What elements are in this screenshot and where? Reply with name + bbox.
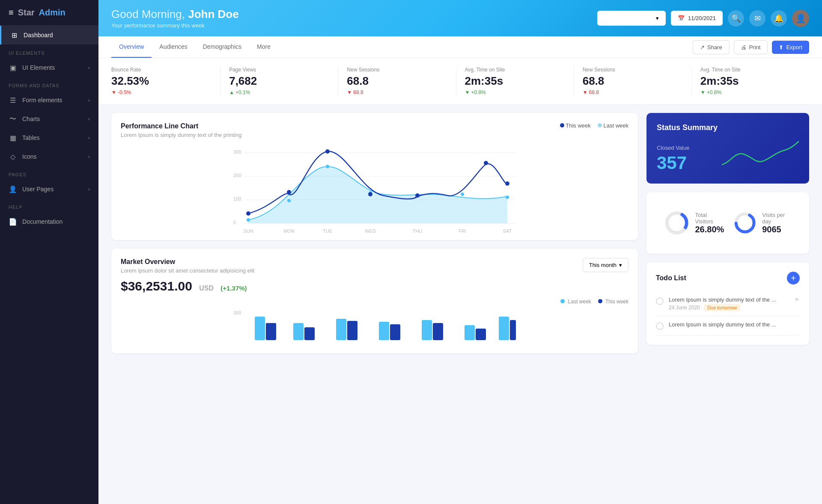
chart-header: Performance Line Chart Lorem Ipsum is si… (121, 122, 628, 138)
bar (465, 325, 475, 340)
tabs: Overview Audiences Demographics More (111, 36, 693, 58)
arrow-up-icon: ▼ (700, 89, 706, 95)
this-week-dot (368, 192, 372, 196)
market-overview-card: Market Overview Lorem ipsum dolor sit am… (111, 249, 638, 353)
performance-chart-card: Performance Line Chart Lorem Ipsum is si… (111, 113, 638, 240)
sidebar-item-ui-elements[interactable]: ▣ UI Elements › (0, 58, 98, 77)
todo-checkbox[interactable] (656, 322, 664, 330)
print-icon: 🖨 (741, 44, 747, 50)
arrow-up-icon: ▲ (229, 89, 234, 95)
arrow-down-icon: ▼ (111, 89, 116, 95)
bar (336, 319, 346, 340)
donut-row: Total Visitors 26.80% Visits per da (656, 202, 800, 244)
hamburger-icon[interactable]: ≡ (9, 8, 14, 18)
bar-chart-legend: Last week This week (121, 299, 628, 305)
todo-header: Todo List + (656, 272, 800, 285)
this-week-legend: This week (598, 299, 628, 305)
status-sparkline (722, 139, 799, 173)
todo-checkbox[interactable] (656, 297, 664, 305)
sidebar-item-label: Tables (22, 134, 39, 141)
tab-more[interactable]: More (249, 36, 278, 58)
daily-visits-value: 9065 (762, 225, 791, 234)
greeting-text: Good Morning, John Doe (111, 8, 589, 21)
sidebar-item-documentation[interactable]: 📄 Documentation (0, 212, 98, 231)
section-label-pages: PAGES (0, 166, 98, 180)
stat-change: ▼ +0.8% (465, 89, 565, 95)
price-change: (+1.37%) (220, 285, 247, 292)
tab-overview[interactable]: Overview (111, 36, 152, 58)
todo-item: Lorem Ipsum is simply dummy text of the … (656, 316, 800, 335)
sidebar-item-label: User Pages (22, 186, 54, 193)
todo-item: Lorem Ipsum is simply dummy text of the … (656, 291, 800, 316)
bar (390, 324, 400, 340)
bar (293, 323, 304, 340)
this-week-dot (484, 161, 488, 165)
sidebar-item-dashboard[interactable]: ⊞ Dashboard (0, 26, 98, 44)
stat-label: Avg. Time on Site (465, 67, 565, 73)
chevron-right-icon: › (88, 98, 90, 103)
price-value: $36,2531.00 (121, 279, 192, 293)
sidebar-item-label: Form elements (22, 97, 62, 104)
svg-text:WED: WED (365, 228, 376, 234)
sidebar-item-form-elements[interactable]: ☰ Form elements › (0, 91, 98, 110)
header-dropdown[interactable]: ▾ (597, 11, 666, 26)
daily-visits-info: Visits per day 9065 (762, 212, 791, 234)
icons-icon: ◇ (9, 152, 17, 161)
tab-audiences[interactable]: Audiences (152, 36, 195, 58)
legend-dot-this-week (560, 123, 564, 127)
section-label-help: HELP (0, 199, 98, 212)
svg-text:MON: MON (283, 228, 295, 234)
todo-add-button[interactable]: + (787, 272, 800, 285)
last-week-dot (506, 196, 509, 199)
sidebar-item-user-pages[interactable]: 👤 User Pages › (0, 180, 98, 199)
svg-text:SAT: SAT (503, 228, 512, 234)
bar (476, 329, 486, 340)
stat-label: New Sessions (347, 67, 447, 73)
todo-title: Todo List (656, 274, 686, 282)
form-elements-icon: ☰ (9, 96, 17, 104)
stat-change: ▼ 68.8 (347, 89, 447, 95)
legend-dot (598, 299, 602, 303)
stat-change: ▼ 68.8 (583, 89, 683, 95)
stats-row: Bounce Rate 32.53% ▼ -0.5% Page Views 7,… (98, 58, 822, 104)
chevron-right-icon: › (88, 116, 90, 122)
stat-value: 7,682 (229, 74, 329, 88)
export-icon: ⬆ (779, 44, 783, 50)
dashboard-icon: ⊞ (10, 31, 18, 39)
last-week-dot (247, 218, 250, 222)
share-button[interactable]: ↗ Share (693, 40, 730, 54)
mail-icon: ✉ (754, 14, 761, 23)
this-month-dropdown[interactable]: This month ▾ (583, 258, 628, 272)
sidebar-item-label: UI Elements (22, 64, 55, 71)
tab-actions: ↗ Share 🖨 Print ⬆ Export (693, 40, 809, 54)
mail-button[interactable]: ✉ (749, 10, 765, 27)
notification-button[interactable]: 🔔 (771, 10, 787, 27)
sidebar-item-tables[interactable]: ▦ Tables › (0, 128, 98, 147)
todo-date: 24 June 2020 Due tomorrow (669, 305, 789, 311)
arrow-up-icon: ▼ (465, 89, 470, 95)
visitors-card: Total Visitors 26.80% Visits per da (646, 192, 809, 254)
avatar[interactable]: 👤 (792, 10, 809, 27)
header-controls: ▾ 📅 11/20/2021 🔍 ✉ 🔔 👤 (597, 10, 809, 27)
bar-chart-area: Last week This week 300 (121, 299, 628, 344)
documentation-icon: 📄 (9, 217, 17, 226)
greeting-subtitle: Your performance summary this week (111, 22, 589, 29)
main-area: Good Morning, John Doe Your performance … (98, 0, 822, 504)
user-pages-icon: 👤 (9, 185, 17, 193)
search-button[interactable]: 🔍 (728, 10, 744, 27)
chevron-right-icon: › (88, 154, 90, 159)
tab-demographics[interactable]: Demographics (195, 36, 249, 58)
export-button[interactable]: ⬆ Export (772, 41, 809, 54)
avatar-image: 👤 (795, 13, 806, 24)
sidebar-item-charts[interactable]: 〜 Charts › (0, 110, 98, 128)
bar (422, 320, 432, 340)
stat-page-views: Page Views 7,682 ▲ +0.1% (220, 67, 338, 95)
svg-text:100: 100 (233, 196, 241, 202)
stat-label: Bounce Rate (111, 67, 211, 73)
logo-admin: Admin (39, 8, 66, 18)
this-week-dot (287, 190, 291, 194)
search-icon: 🔍 (731, 14, 741, 23)
print-button[interactable]: 🖨 Print (734, 40, 768, 54)
total-visitors-info: Total Visitors 26.80% (695, 212, 725, 234)
sidebar-item-icons[interactable]: ◇ Icons › (0, 147, 98, 166)
